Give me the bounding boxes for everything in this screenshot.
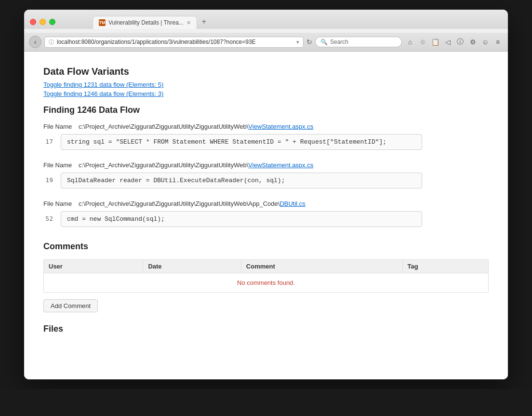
- column-date: Date: [143, 260, 241, 273]
- file-label-2: File Name: [43, 161, 75, 169]
- code-row-3: 52 cmd = new SqlCommand(sql);: [43, 211, 489, 227]
- back-button[interactable]: ‹: [29, 36, 41, 48]
- comments-table: User Date Comment Tag No comments found.: [43, 259, 489, 293]
- file-path-2: c:\Project_Archive\Ziggurat\ZigguratUtil…: [79, 161, 313, 169]
- account-icon[interactable]: ☺: [480, 37, 491, 47]
- comments-heading: Comments: [43, 242, 489, 252]
- code-box-3: cmd = new SqlCommand(sql);: [61, 211, 422, 227]
- file-path-prefix-2: c:\Project_Archive\Ziggurat\ZigguratUtil…: [79, 161, 248, 169]
- code-box-1: string sql = "SELECT * FROM Statement WH…: [61, 134, 422, 150]
- search-input[interactable]: Search: [330, 39, 348, 45]
- toggle-link-1246[interactable]: Toggle finding 1246 data flow (Elements:…: [43, 90, 489, 97]
- line-number-1: 17: [43, 134, 53, 145]
- file-path-1: c:\Project_Archive\Ziggurat\ZigguratUtil…: [79, 123, 313, 130]
- file-path-link-1[interactable]: ViewStatement.aspx.cs: [248, 123, 313, 130]
- table-header-row: User Date Comment Tag: [44, 260, 489, 273]
- line-number-2: 19: [43, 173, 53, 184]
- address-lock-icon: ⓘ: [49, 39, 54, 46]
- file-name-row-3: File Name c:\Project_Archive\Ziggurat\Zi…: [43, 200, 489, 207]
- line-number-3: 52: [43, 211, 53, 222]
- no-comments-text: No comments found.: [44, 273, 489, 293]
- share-icon[interactable]: ◁: [442, 37, 453, 47]
- close-button[interactable]: [30, 19, 36, 25]
- file-path-prefix-3: c:\Project_Archive\Ziggurat\ZigguratUtil…: [79, 200, 279, 207]
- active-tab[interactable]: TM Vulnerability Details | Threa... ✕: [93, 16, 197, 29]
- toolbar-icons: ⌂ ☆ 📋 ◁ ⓘ ⚙ ☺ ≡: [405, 37, 503, 47]
- add-comment-button[interactable]: Add Comment: [43, 299, 98, 312]
- tab-close-icon[interactable]: ✕: [186, 20, 191, 26]
- files-heading: Files: [43, 324, 489, 334]
- search-bar[interactable]: 🔍 Search: [315, 37, 402, 47]
- toggle-links-section: Toggle finding 1231 data flow (Elements:…: [43, 81, 489, 97]
- section-heading: Data Flow Variants: [43, 66, 489, 77]
- new-tab-button[interactable]: +: [198, 14, 210, 29]
- address-bar[interactable]: ⓘ localhost:8080/organizations/1/applica…: [44, 37, 304, 48]
- home-icon[interactable]: ⌂: [405, 37, 415, 47]
- code-block-1: File Name c:\Project_Archive\Ziggurat\Zi…: [43, 123, 489, 150]
- tab-favicon-icon: TM: [99, 19, 106, 26]
- column-tag: Tag: [402, 260, 488, 273]
- browser-window: TM Vulnerability Details | Threa... ✕ + …: [24, 10, 508, 379]
- code-row-2: 19 SqlDataReader reader = DBUtil.Execute…: [43, 173, 489, 188]
- tab-title: Vulnerability Details | Threa...: [108, 19, 184, 26]
- file-label-3: File Name: [43, 200, 75, 207]
- file-path-link-2[interactable]: ViewStatement.aspx.cs: [248, 161, 313, 169]
- title-bar: TM Vulnerability Details | Threa... ✕ +: [24, 10, 508, 29]
- column-user: User: [44, 260, 143, 273]
- tab-bar: TM Vulnerability Details | Threa... ✕ +: [93, 14, 210, 29]
- file-path-link-3[interactable]: DBUtil.cs: [279, 200, 305, 207]
- maximize-button[interactable]: [49, 19, 55, 25]
- bookmarks-icon[interactable]: 📋: [430, 37, 440, 47]
- file-label-1: File Name: [43, 123, 75, 130]
- search-icon: 🔍: [320, 39, 328, 45]
- info-icon[interactable]: ⓘ: [455, 37, 466, 47]
- toolbar: ‹ ⓘ localhost:8080/organizations/1/appli…: [24, 33, 508, 52]
- minimize-button[interactable]: [40, 19, 46, 25]
- bookmark-star-icon[interactable]: ☆: [417, 37, 428, 47]
- files-section: Files: [43, 324, 489, 334]
- file-path-prefix-1: c:\Project_Archive\Ziggurat\ZigguratUtil…: [79, 123, 248, 130]
- code-row-1: 17 string sql = "SELECT * FROM Statement…: [43, 134, 489, 150]
- url-text: localhost:8080/organizations/1/applicati…: [57, 39, 293, 45]
- toggle-link-1231[interactable]: Toggle finding 1231 data flow (Elements:…: [43, 81, 489, 88]
- file-path-3: c:\Project_Archive\Ziggurat\ZigguratUtil…: [79, 200, 306, 207]
- file-name-row-2: File Name c:\Project_Archive\Ziggurat\Zi…: [43, 161, 489, 169]
- code-box-2: SqlDataReader reader = DBUtil.ExecuteDat…: [61, 173, 422, 188]
- code-block-3: File Name c:\Project_Archive\Ziggurat\Zi…: [43, 200, 489, 227]
- comments-section: Comments User Date Comment Tag No commen…: [43, 242, 489, 312]
- extensions-icon[interactable]: ⚙: [467, 37, 478, 47]
- refresh-button[interactable]: ↻: [306, 38, 312, 46]
- page-content: Data Flow Variants Toggle finding 1231 d…: [24, 52, 508, 379]
- flow-heading: Finding 1246 Data Flow: [43, 105, 489, 115]
- code-block-2: File Name c:\Project_Archive\Ziggurat\Zi…: [43, 161, 489, 188]
- traffic-lights: TM Vulnerability Details | Threa... ✕ +: [30, 14, 502, 29]
- column-comment: Comment: [241, 260, 402, 273]
- table-row: No comments found.: [44, 273, 489, 293]
- menu-icon[interactable]: ≡: [492, 37, 503, 47]
- file-name-row-1: File Name c:\Project_Archive\Ziggurat\Zi…: [43, 123, 489, 130]
- address-dropdown-icon[interactable]: ▾: [296, 39, 299, 45]
